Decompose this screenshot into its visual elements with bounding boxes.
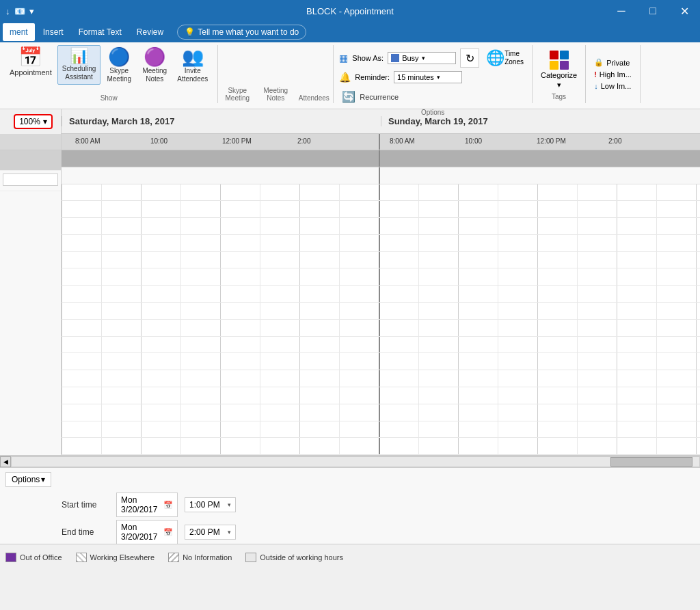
start-date-input[interactable]: Mon 3/20/2017 📅 xyxy=(116,493,178,517)
private-tag[interactable]: 🔒 Private xyxy=(591,57,634,68)
no-info-indicator xyxy=(168,553,179,562)
title-bar: ↓ 📧 ▾ BLOCK - Appointment ─ □ ✕ xyxy=(0,0,700,22)
menu-bar: ment Insert Format Text Review 💡 Tell me… xyxy=(0,22,700,42)
show-as-label: Show As: xyxy=(352,54,383,62)
time-zones-button[interactable]: 🌐 TimeZones xyxy=(483,48,526,68)
sync-icon: ↻ xyxy=(466,52,474,65)
attendees-icon: 👥 xyxy=(182,48,204,66)
grid-row-7 xyxy=(62,303,700,320)
show-as-dropdown[interactable]: Busy ▾ xyxy=(388,52,456,64)
categorize-button[interactable]: Categorize ▾ xyxy=(535,48,582,92)
grid-row-5 xyxy=(62,268,700,286)
end-time-arrow: ▾ xyxy=(228,529,231,536)
legend-bar: Out of Office Working Elsewhere No Infor… xyxy=(0,544,700,570)
bell-icon: 🔔 xyxy=(339,72,351,83)
email-icon[interactable]: 📧 xyxy=(14,6,25,16)
time-label-2pm-2: 2:00 xyxy=(608,137,621,145)
meeting-notes-group-label: Meeting Notes xyxy=(256,87,295,102)
options-group-label: Options xyxy=(339,109,526,116)
time-header: 8:00 AM 10:00 12:00 PM 2:00 8:00 AM 10:0… xyxy=(62,134,700,150)
more-icon[interactable]: ▾ xyxy=(29,6,34,16)
date-section: Saturday, March 18, 2017 Sunday, March 1… xyxy=(62,116,700,126)
day-divider-row-8 xyxy=(379,320,380,336)
menu-item-appointment[interactable]: ment xyxy=(3,23,35,41)
lock-icon: 🔒 xyxy=(594,58,604,67)
tell-me-input[interactable]: 💡 Tell me what you want to do xyxy=(177,25,306,40)
start-time-arrow: ▾ xyxy=(228,501,231,508)
grid-row-14 xyxy=(62,421,700,439)
scroll-left-button[interactable]: ◀ xyxy=(0,456,11,467)
end-date-input[interactable]: Mon 3/20/2017 📅 xyxy=(116,520,178,544)
meeting-notes-button[interactable]: 🟣 MeetingNotes xyxy=(137,45,172,86)
busy-color-indicator xyxy=(391,54,399,62)
tags-group-label: Tags xyxy=(552,93,566,100)
menu-item-format-text[interactable]: Format Text xyxy=(72,23,129,41)
day-divider-row-9 xyxy=(379,337,380,353)
day-divider-row-10 xyxy=(379,353,380,370)
menu-item-insert[interactable]: Insert xyxy=(36,23,70,41)
grid-empty-row xyxy=(62,167,700,184)
time-label-10am-2: 10:00 xyxy=(465,137,482,145)
time-label-8am-1: 8:00 AM xyxy=(75,137,100,145)
menu-item-review[interactable]: Review xyxy=(130,23,170,41)
close-button[interactable]: ✕ xyxy=(669,0,700,22)
day-divider-row-5 xyxy=(379,268,380,285)
skype-meeting-button[interactable]: 🔵 SkypeMeeting xyxy=(102,45,136,86)
scrollbar-row[interactable]: ◀ xyxy=(0,456,700,468)
scroll-thumb[interactable] xyxy=(610,457,692,467)
options-row: Options ▾ xyxy=(0,468,700,491)
ribbon-group-options: ▦ Show As: Busy ▾ ↻ 🌐 TimeZones 🔔 Remind… xyxy=(334,45,533,103)
legend-no-information: No Information xyxy=(168,553,232,562)
minimize-button[interactable]: ─ xyxy=(606,0,637,22)
start-time-label: Start time xyxy=(62,500,109,510)
out-of-office-indicator xyxy=(5,553,16,562)
save-icon[interactable]: ↓ xyxy=(5,6,10,16)
low-importance-tag[interactable]: ↓ Low Im... xyxy=(591,81,634,91)
calendar-icon: 📅 xyxy=(18,48,42,67)
lightbulb-icon: 💡 xyxy=(185,27,195,37)
grid-body: // Generate grid rows const gridBody = d… xyxy=(62,150,700,455)
day-divider-row-13 xyxy=(379,404,380,421)
working-elsewhere-indicator xyxy=(76,553,87,562)
categorize-arrow: ▾ xyxy=(557,81,561,89)
day-divider-row-6 xyxy=(379,286,380,302)
low-importance-icon: ↓ xyxy=(594,82,598,90)
time-label-10am-1: 10:00 xyxy=(150,137,167,145)
high-importance-tag[interactable]: ! High Im... xyxy=(591,70,634,79)
ribbon-group-tags: 🔒 Private ! High Im... ↓ Low Im... xyxy=(586,45,641,103)
recurrence-button[interactable]: 🔄 Recurrence xyxy=(339,89,526,105)
attendee-input[interactable] xyxy=(3,174,58,186)
attendee-header xyxy=(0,134,61,150)
grid-row-4 xyxy=(62,252,700,269)
reminder-dropdown[interactable]: 15 minutes ▾ xyxy=(394,71,462,83)
end-time-row: End time Mon 3/20/2017 📅 2:00 PM ▾ xyxy=(0,518,700,546)
grid-area: 8:00 AM 10:00 12:00 PM 2:00 8:00 AM 10:0… xyxy=(62,134,700,455)
scheduling-assistant-button[interactable]: 📊 SchedulingAssistant xyxy=(57,45,100,85)
maximize-button[interactable]: □ xyxy=(637,0,669,22)
grid-row-9 xyxy=(62,337,700,354)
outside-hours-indicator xyxy=(245,553,256,562)
end-time-input[interactable]: 2:00 PM ▾ xyxy=(185,525,236,540)
grid-row-12 xyxy=(62,387,700,404)
options-button[interactable]: Options ▾ xyxy=(5,472,51,487)
time-label-2pm-1: 2:00 xyxy=(297,137,310,145)
grid-row-1 xyxy=(62,201,700,218)
quick-access[interactable]: ↓ 📧 ▾ xyxy=(5,6,34,16)
day-divider-header xyxy=(379,134,380,150)
date-sunday: Sunday, March 19, 2017 xyxy=(381,116,700,126)
start-time-input[interactable]: 1:00 PM ▾ xyxy=(185,497,236,512)
grid-row-2 xyxy=(62,218,700,235)
day-divider-row-12 xyxy=(379,387,380,404)
time-label-12pm-2: 12:00 PM xyxy=(537,137,566,145)
invite-attendees-button[interactable]: 👥 InviteAttendees xyxy=(173,45,212,86)
window-controls: ─ □ ✕ xyxy=(606,0,700,22)
date-saturday: Saturday, March 18, 2017 xyxy=(62,116,381,126)
scheduling-icon: 📊 xyxy=(70,48,88,64)
high-importance-icon: ! xyxy=(594,70,597,79)
attendee-row-input[interactable] xyxy=(0,171,61,191)
sync-button[interactable]: ↻ xyxy=(460,48,479,68)
scroll-track[interactable] xyxy=(11,456,700,467)
appointment-button[interactable]: 📅 Appointment xyxy=(5,45,56,79)
zoom-control[interactable]: 100% ▾ xyxy=(14,114,53,129)
ribbon-group-show: 📅 Appointment 📊 SchedulingAssistant 🔵 Sk… xyxy=(0,45,218,103)
